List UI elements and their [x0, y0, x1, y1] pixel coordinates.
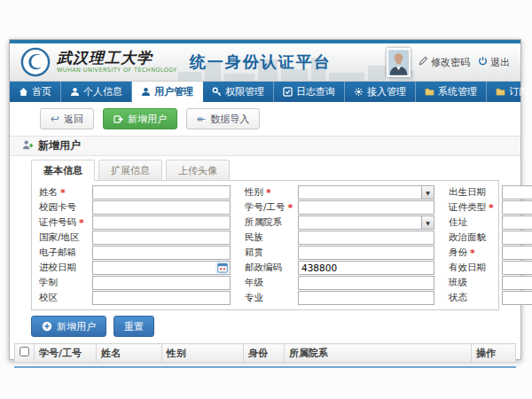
field-major: 专业: [245, 291, 434, 305]
field-valid-date: 有效日期: [449, 261, 532, 275]
field-native-place: 籍贯: [245, 246, 434, 260]
field-label: 住址: [449, 216, 502, 229]
chevron-down-icon[interactable]: ▼: [421, 216, 434, 229]
col-gender: 性别: [162, 344, 244, 363]
field-label: 出生日期: [449, 186, 502, 199]
field-label: 政治面貌: [449, 231, 502, 244]
university-name-en: WUHAN UNIVERSITY OF TECHNOLOGY: [57, 67, 177, 74]
status-input[interactable]: [503, 292, 532, 304]
field-campus: 校区: [39, 291, 231, 305]
tab-basic-info[interactable]: 基本信息: [31, 160, 95, 181]
field-birth-date: 出生日期: [449, 185, 532, 200]
nav-tab-profile[interactable]: 个人信息: [61, 82, 132, 102]
user-table: 学号/工号 姓名 性别 身份 所属院系 操作: [14, 343, 516, 363]
field-class: 班级: [449, 276, 532, 290]
user-avatar[interactable]: [387, 48, 411, 77]
logout-link[interactable]: 退出: [478, 56, 510, 69]
folder-icon: [425, 87, 434, 97]
nav-tab-home[interactable]: 首页: [10, 82, 61, 102]
field-student-id: 学号/工号*: [245, 200, 434, 215]
col-department: 所属院系: [285, 344, 472, 363]
reset-button[interactable]: 重置: [113, 316, 154, 337]
tab-extended-info[interactable]: 扩展信息: [98, 160, 162, 181]
nav-tab-log-query[interactable]: 日志查询: [274, 82, 345, 102]
col-name: 姓名: [97, 344, 162, 363]
field-label: 籍贯: [245, 246, 298, 259]
key-icon: [212, 87, 222, 97]
submit-add-user-button[interactable]: 新增用户: [31, 316, 106, 337]
native-place-input[interactable]: [299, 246, 434, 259]
field-label: 有效日期: [449, 262, 502, 274]
basic-info-form: 姓名* 性别* ▼ 出生日期 校园卡号 学号/工号* 证件类型* 证件号码*: [31, 180, 499, 310]
field-address: 住址: [449, 215, 532, 230]
nav-tab-permission-management[interactable]: 权限管理: [203, 82, 274, 102]
log-check-icon: [283, 87, 293, 97]
platform-title: 统一身份认证平台: [190, 51, 332, 73]
select-all-checkbox[interactable]: [20, 347, 29, 356]
back-button[interactable]: ↩ 返回: [40, 108, 94, 129]
email-input[interactable]: [93, 246, 230, 259]
birth-date-input[interactable]: [503, 186, 532, 199]
nav-tab-user-management[interactable]: 用户管理: [132, 82, 203, 102]
header-user-area: 修改密码 退出: [387, 48, 510, 77]
valid-date-input[interactable]: [503, 262, 532, 274]
section-title: 新增用户: [38, 138, 81, 153]
field-label: 状态: [449, 292, 502, 304]
back-arrow-icon: ↩: [51, 113, 59, 124]
department-select[interactable]: [299, 216, 421, 229]
field-label: 班级: [449, 277, 502, 289]
add-user-icon: [113, 114, 123, 124]
nav-tab-system-management[interactable]: 系统管理: [416, 82, 487, 102]
change-password-link[interactable]: 修改密码: [419, 56, 470, 69]
address-input[interactable]: [503, 216, 532, 229]
postal-code-input[interactable]: [299, 262, 434, 274]
field-department: 所属院系 ▼: [245, 215, 434, 230]
power-icon: [478, 56, 488, 68]
identity-input[interactable]: [503, 246, 532, 259]
major-input[interactable]: [299, 292, 434, 304]
section-header: 新增用户: [10, 136, 520, 156]
entry-date-input[interactable]: [93, 262, 215, 274]
field-label: 电子邮箱: [39, 246, 92, 259]
app-window: 武汉理工大学 WUHAN UNIVERSITY OF TECHNOLOGY 统一…: [9, 39, 521, 360]
field-label: 性别*: [245, 186, 298, 199]
campus-input[interactable]: [93, 292, 230, 304]
field-label: 进校日期: [39, 262, 92, 274]
field-education-length: 学制: [39, 276, 231, 290]
nav-tab-access-management[interactable]: 接入管理: [345, 82, 416, 102]
table-bottom-accent: [14, 366, 516, 368]
field-country-region: 国家/地区: [39, 231, 231, 245]
table-header-row: 学号/工号 姓名 性别 身份 所属院系 操作: [15, 344, 516, 363]
education-length-input[interactable]: [93, 277, 230, 289]
university-name-block: 武汉理工大学 WUHAN UNIVERSITY OF TECHNOLOGY: [57, 51, 177, 74]
student-id-input[interactable]: [299, 201, 434, 214]
gender-select[interactable]: [299, 186, 421, 199]
ethnicity-input[interactable]: [299, 231, 434, 244]
campus-card-input[interactable]: [93, 201, 230, 214]
field-political-status: 政治面貌: [449, 231, 532, 245]
nav-tab-subscription-management[interactable]: 订阅管理: [487, 82, 532, 102]
id-type-input[interactable]: [503, 201, 532, 214]
data-import-button[interactable]: ↞ 数据导入: [186, 108, 260, 129]
calendar-icon[interactable]: [215, 262, 230, 274]
col-operation: 操作: [472, 344, 516, 363]
name-input[interactable]: [93, 186, 230, 199]
required-mark: *: [266, 187, 271, 199]
grade-input[interactable]: [299, 277, 434, 289]
field-id-number: 证件号码*: [39, 215, 231, 230]
field-label: 邮政编码: [245, 262, 298, 274]
field-status: 状态: [449, 291, 532, 305]
chevron-down-icon[interactable]: ▼: [421, 186, 434, 199]
field-gender: 性别* ▼: [245, 185, 434, 200]
folder-icon: [496, 87, 505, 97]
field-identity: 身份*: [449, 246, 532, 260]
country-region-input[interactable]: [93, 231, 230, 244]
class-input[interactable]: [503, 277, 532, 289]
id-number-input[interactable]: [93, 216, 230, 229]
tab-upload-avatar[interactable]: 上传头像: [166, 160, 230, 181]
person-plus-icon: [22, 139, 34, 153]
political-status-input[interactable]: [503, 231, 532, 244]
field-label: 国家/地区: [39, 231, 92, 244]
add-user-button[interactable]: 新增用户: [103, 108, 177, 129]
field-entry-date: 进校日期: [39, 261, 231, 275]
